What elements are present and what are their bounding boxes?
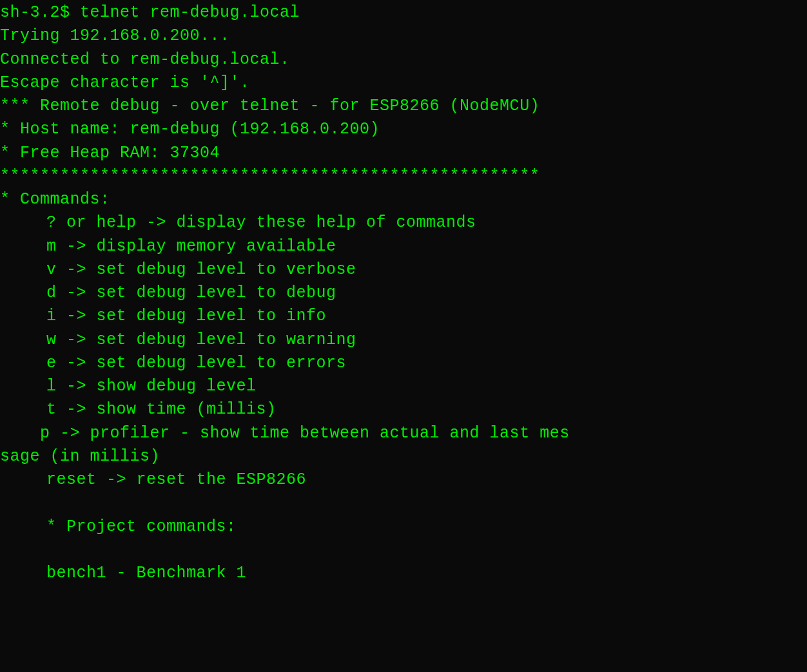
cmd-e: e -> set debug level to errors — [0, 352, 807, 375]
cmd-l: l -> show debug level — [0, 375, 807, 398]
cmd-d: d -> set debug level to debug — [0, 282, 807, 305]
freeheap-line: * Free Heap RAM: 37304 — [0, 142, 807, 165]
cmd-i: i -> set debug level to info — [0, 305, 807, 328]
cmd-t: t -> show time (millis) — [0, 398, 807, 421]
blank-line-2 — [0, 539, 807, 562]
escape-line: Escape character is '^]'. — [0, 72, 807, 95]
commands-header: * Commands: — [0, 188, 807, 211]
cmd-w: w -> set debug level to warning — [0, 329, 807, 352]
connected-line: Connected to rem-debug.local. — [0, 48, 807, 72]
cmd-help: ? or help -> display these help of comma… — [0, 211, 807, 235]
blank-line-1 — [0, 492, 807, 515]
hostname-line: * Host name: rem-debug (192.168.0.200) — [0, 118, 807, 141]
separator-stars: ****************************************… — [0, 165, 807, 188]
cmd-m: m -> display memory available — [0, 235, 807, 258]
cmd-bench1: bench1 - Benchmark 1 — [0, 562, 807, 585]
cmd-v: v -> set debug level to verbose — [0, 258, 807, 282]
prompt-line: sh-3.2$ telnet rem-debug.local — [0, 1, 807, 24]
cmd-p-line2: sage (in millis) — [0, 445, 807, 468]
remote-debug-header: *** Remote debug - over telnet - for ESP… — [0, 95, 807, 118]
cmd-reset: reset -> reset the ESP8266 — [0, 468, 807, 492]
trying-line: Trying 192.168.0.200... — [0, 24, 807, 48]
cmd-p-line1: p -> profiler - show time between actual… — [0, 422, 807, 445]
project-commands-header: * Project commands: — [0, 515, 807, 539]
